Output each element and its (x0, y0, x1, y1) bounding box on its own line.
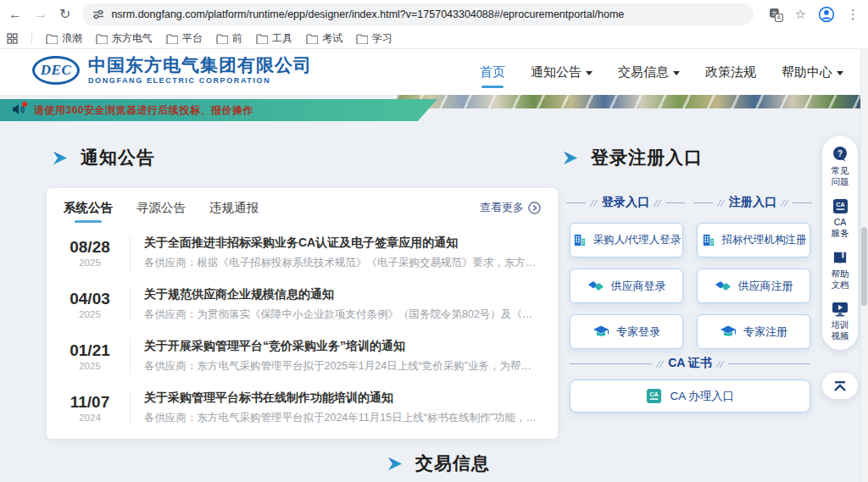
collapse-toolbar-button[interactable] (822, 373, 858, 399)
nav-label: 通知公告 (531, 64, 581, 80)
apps-grid-icon[interactable] (7, 33, 18, 44)
video-screen-icon (832, 302, 849, 317)
training-videos-item[interactable]: 培训视频 (830, 302, 850, 341)
notification-dot (22, 102, 27, 107)
notice-date-md: 11/07 (64, 393, 116, 411)
bookmark-star-icon[interactable]: ☆ (795, 7, 806, 22)
agency-register-button[interactable]: 招标代理机构注册 (697, 223, 810, 258)
expert-register-button[interactable]: 专家注册 (697, 314, 810, 349)
button-label: 采购人/代理人登录 (593, 233, 681, 247)
notice-date-md: 04/03 (64, 290, 116, 307)
nav-help-center[interactable]: 帮助中心 (782, 49, 843, 95)
scrollbar-track[interactable] (860, 49, 868, 482)
circle-arrow-right-icon (528, 202, 541, 214)
divider (130, 287, 131, 323)
building-icon (701, 233, 715, 247)
notice-desc: 各供应商：为贯彻落实《保障中小企业款项支付条例》（国务院令第802号）及《中小企… (144, 307, 541, 322)
toolbar-label: 常见问题 (830, 165, 850, 187)
profile-avatar-icon[interactable] (818, 6, 835, 23)
site-logo[interactable]: DEC 中国东方电气集团有限公司 DONGFANG ELECTRIC CORPO… (32, 56, 312, 85)
scrollbar-thumb[interactable] (861, 227, 867, 306)
divider (31, 33, 32, 45)
building-icon (572, 233, 587, 247)
folder-icon (216, 34, 228, 44)
supplier-login-button[interactable]: 供应商登录 (570, 269, 683, 303)
bookmark-folder[interactable]: 东方电气 (96, 31, 153, 46)
notice-row[interactable]: 11/07 2024 关于采购管理平台标书在线制作功能培训的通知 各供应商：东方… (64, 382, 541, 434)
notices-card: 系统公告 寻源公告 违规通报 查看更多 08/28 2025 关于全面推进非招标… (47, 188, 558, 439)
purchaser-login-button[interactable]: 采购人/代理人登录 (570, 223, 683, 258)
bookmark-folder[interactable]: 学习 (356, 31, 392, 46)
hero-banner-photo (397, 95, 868, 108)
group-label: 注册入口 (729, 195, 776, 210)
bookmark-folder[interactable]: 考试 (306, 31, 342, 46)
bookmarks-bar: 浪潮 东方电气 平台 前 工具 考试 学习 (0, 29, 868, 49)
reload-icon[interactable]: ↻ (59, 8, 70, 21)
ca-badge-icon: CA (832, 198, 849, 214)
button-label: 供应商注册 (738, 279, 793, 294)
toolbar-label: CA服务 (830, 217, 850, 239)
divider (130, 391, 131, 426)
browser-notice-banner: 请使用360安全浏览器进行后续投标、报价操作 (0, 99, 437, 121)
floating-toolbar: ? 常见问题 CA CA服务 帮助文档 (822, 136, 858, 350)
folder-icon (306, 34, 318, 44)
bookmark-folder[interactable]: 工具 (256, 31, 292, 46)
supplier-register-button[interactable]: 供应商注册 (697, 269, 810, 303)
nav-policies[interactable]: 政策法规 (705, 49, 756, 95)
book-icon (832, 250, 849, 266)
translate-icon[interactable]: 文 A (769, 8, 783, 22)
folder-icon (166, 34, 178, 44)
notice-date-year: 2024 (64, 413, 116, 423)
ca-service-item[interactable]: CA CA服务 (830, 198, 850, 239)
svg-text:A: A (776, 14, 781, 20)
tab-system-notices[interactable]: 系统公告 (64, 197, 113, 219)
tab-sourcing-notices[interactable]: 寻源公告 (136, 197, 186, 219)
divider (130, 235, 131, 271)
svg-text:CA: CA (649, 391, 658, 398)
help-docs-item[interactable]: 帮助文档 (830, 250, 850, 291)
url-text[interactable]: nsrm.dongfang.com/platform/runtime/epp/d… (111, 8, 624, 20)
notice-title[interactable]: 关于采购管理平台标书在线制作功能培训的通知 (144, 391, 541, 406)
notice-row[interactable]: 08/28 2025 关于全面推进非招标采购业务CA认证及电子签章应用的通知 各… (64, 227, 541, 279)
ca-apply-button[interactable]: CA CA 办理入口 (570, 380, 810, 413)
forward-icon[interactable]: → (34, 8, 47, 21)
section-arrow-icon (51, 149, 69, 167)
button-label: 专家登录 (616, 324, 660, 340)
company-name-en: DONGFANG ELECTRIC CORPORATION (88, 76, 312, 85)
nav-trade-info[interactable]: 交易信息 (618, 49, 680, 95)
bookmark-folder[interactable]: 平台 (166, 31, 203, 46)
notice-date-year: 2025 (64, 258, 116, 268)
back-icon[interactable]: ← (8, 8, 22, 21)
register-group-header: 注册入口 (693, 195, 812, 210)
nav-home[interactable]: 首页 (480, 49, 505, 95)
notice-row[interactable]: 04/03 2025 关于规范供应商企业规模信息的通知 各供应商：为贯彻落实《保… (64, 279, 541, 330)
expert-login-button[interactable]: 专家登录 (570, 314, 683, 349)
site-settings-icon[interactable] (92, 8, 104, 20)
notice-desc: 各供应商：根据《电子招标投标系统技术规范》《电子采购交易规范》要求，东方电气采购… (144, 256, 541, 270)
chevron-down-icon (586, 71, 593, 75)
bookmark-label: 工具 (272, 31, 292, 46)
nav-notices[interactable]: 通知公告 (531, 49, 593, 95)
notice-row[interactable]: 01/21 2025 关于开展采购管理平台“竞价采购业务”培训的通知 各供应商：… (64, 330, 541, 382)
faq-item[interactable]: ? 常见问题 (830, 146, 850, 187)
bookmark-folder[interactable]: 前 (216, 31, 242, 46)
section-title-text: 通知公告 (81, 146, 155, 169)
dec-logo-icon: DEC (32, 56, 80, 85)
bookmark-folder[interactable]: 浪潮 (46, 31, 82, 46)
trade-section-title: 交易信息 (386, 452, 490, 475)
notice-date-md: 08/28 (64, 238, 116, 256)
nav-label: 首页 (480, 64, 505, 80)
view-more-link[interactable]: 查看更多 (480, 200, 541, 215)
svg-text:CA: CA (836, 202, 844, 208)
address-bar[interactable]: nsrm.dongfang.com/platform/runtime/epp/d… (82, 3, 753, 25)
tab-violation-reports[interactable]: 违规通报 (209, 197, 259, 219)
notice-title[interactable]: 关于全面推进非招标采购业务CA认证及电子签章应用的通知 (144, 235, 541, 251)
bookmark-label: 前 (232, 31, 242, 46)
browser-toolbar: ← → ↻ nsrm.dongfang.com/platform/runtime… (0, 0, 868, 29)
notice-title[interactable]: 关于规范供应商企业规模信息的通知 (144, 287, 541, 302)
notice-title[interactable]: 关于开展采购管理平台“竞价采购业务”培训的通知 (144, 339, 541, 354)
notice-date: 08/28 2025 (64, 238, 116, 268)
main-nav: 首页 通知公告 交易信息 政策法规 帮助中心 (480, 49, 843, 95)
menu-kebab-icon[interactable]: ⋮ (847, 7, 860, 22)
bookmark-label: 考试 (322, 31, 342, 46)
